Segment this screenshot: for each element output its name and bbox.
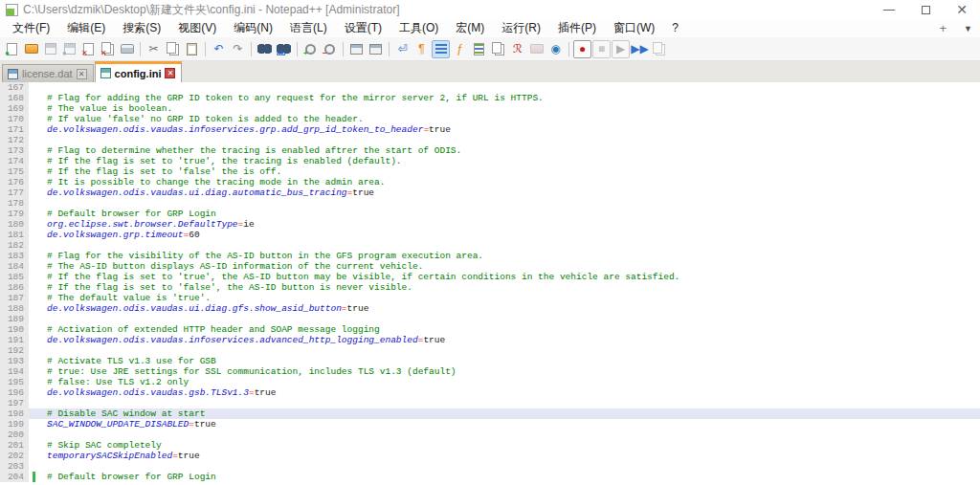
editor-line-199[interactable]: 199SAC_WINDOW_UPDATE_DISABLED=true xyxy=(0,419,980,430)
function-list-icon[interactable]: ƒ xyxy=(451,40,469,58)
editor-line-204[interactable]: 204# Default browser for GRP Login xyxy=(0,472,980,482)
tab-config-ini[interactable]: config.ini✕ xyxy=(95,61,183,82)
editor-line-198[interactable]: 198# Disable SAC window at start xyxy=(0,408,980,419)
line-number: 183 xyxy=(0,251,29,261)
macro-play-glyph: ▶ xyxy=(616,43,625,55)
tab-close-icon[interactable]: ✕ xyxy=(77,69,87,79)
property-value: true xyxy=(423,335,445,345)
editor-line-176[interactable]: 176# It is possible to change the tracin… xyxy=(0,177,980,187)
menu-item-0[interactable]: 文件(F) xyxy=(4,20,58,35)
plus-button[interactable]: + xyxy=(939,21,947,35)
save-icon[interactable] xyxy=(41,40,59,58)
menu-item-10[interactable]: 插件(P) xyxy=(549,20,605,35)
editor-line-173[interactable]: 173# Flag to determine whether the traci… xyxy=(0,145,980,156)
macro-play-icon[interactable]: ▶ xyxy=(612,40,630,58)
editor-line-193[interactable]: 193# Activate TLS v1.3 use for GSB xyxy=(0,356,980,366)
replace-icon[interactable]: ab xyxy=(275,40,293,58)
editor-line-186[interactable]: 186# If the flag is set to 'false', the … xyxy=(0,282,980,293)
editor-line-196[interactable]: 196de.volkswagen.odis.vaudas.gsb.TLSv1.3… xyxy=(0,387,980,398)
menu-item-3[interactable]: 视图(V) xyxy=(169,20,225,35)
undo-icon[interactable]: ↶ xyxy=(210,40,228,58)
editor-line-189[interactable]: 189 xyxy=(0,314,980,324)
macro-stop-icon[interactable]: ■ xyxy=(592,40,611,58)
menu-item-7[interactable]: 工具(O) xyxy=(390,20,447,35)
tab-license-dat[interactable]: license.dat✕ xyxy=(2,64,94,82)
editor-line-200[interactable]: 200 xyxy=(0,430,980,440)
menu-item-4[interactable]: 编码(N) xyxy=(225,20,281,35)
document-map-icon[interactable] xyxy=(470,40,488,58)
maximize-button[interactable] xyxy=(907,0,944,19)
open-file-icon[interactable] xyxy=(22,40,40,58)
editor-line-194[interactable]: 194# true: Use JRE settings for SSL comm… xyxy=(0,366,980,377)
editor-line-184[interactable]: 184# The AS-ID button displays AS-ID inf… xyxy=(0,261,980,272)
print-icon[interactable] xyxy=(118,40,136,58)
menu-item-1[interactable]: 编辑(E) xyxy=(58,20,114,35)
editor-line-179[interactable]: 179# Default browser for GRP Login xyxy=(0,209,980,219)
editor-line-168[interactable]: 168# Flag for adding the GRP ID token to… xyxy=(0,93,980,103)
pulldown-icon[interactable]: ▼ xyxy=(964,24,972,33)
menu-item-8[interactable]: 宏(M) xyxy=(447,20,493,35)
menu-item-6[interactable]: 设置(T) xyxy=(336,20,390,35)
paste-icon[interactable] xyxy=(183,40,201,58)
show-all-characters-icon[interactable]: ¶ xyxy=(412,40,431,58)
menu-item-9[interactable]: 运行(R) xyxy=(493,20,549,35)
editor-line-174[interactable]: 174# If the flag is set to 'true', the t… xyxy=(0,156,980,166)
editor-line-167[interactable]: 167 xyxy=(0,82,980,93)
editor-line-192[interactable]: 192 xyxy=(0,345,980,356)
new-file-icon[interactable]: ● xyxy=(3,40,21,58)
editor-line-202[interactable]: 202temporarySACSkipEnabled=true xyxy=(0,451,980,461)
word-wrap-icon[interactable]: ⏎ xyxy=(393,40,412,58)
redo-icon[interactable]: ↷ xyxy=(229,40,247,58)
editor-line-178[interactable]: 178 xyxy=(0,198,980,209)
menu-item-5[interactable]: 语言(L) xyxy=(281,20,336,35)
menu-item-2[interactable]: 搜索(S) xyxy=(114,20,169,35)
editor-line-177[interactable]: 177de.volkswagen.odis.vaudas.ui.diag.aut… xyxy=(0,187,980,198)
find-icon[interactable] xyxy=(256,40,274,58)
macro-record-icon[interactable]: ● xyxy=(573,40,591,58)
macro-save-icon[interactable] xyxy=(650,40,668,58)
document-monitor-icon[interactable]: ◉ xyxy=(546,40,565,58)
minimize-button[interactable]: — xyxy=(871,0,907,19)
editor-line-180[interactable]: 180org.eclipse.swt.browser.DefaultType=i… xyxy=(0,219,980,230)
save-all-icon[interactable]: ● xyxy=(60,40,78,58)
editor-line-188[interactable]: 188de.volkswagen.odis.vaudas.ui.diag.gfs… xyxy=(0,303,980,314)
editor-line-203[interactable]: 203 xyxy=(0,461,980,472)
editor-line-187[interactable]: 187# The default value is 'true'. xyxy=(0,293,980,303)
close-button[interactable]: ✕ xyxy=(944,0,980,19)
editor-line-185[interactable]: 185# If the flag is set to 'true', the A… xyxy=(0,272,980,282)
editor-line-170[interactable]: 170# If value 'false' no GRP ID token is… xyxy=(0,114,980,124)
menu-item-12[interactable]: ? xyxy=(663,20,687,35)
editor-line-183[interactable]: 183# Flag for the visibility of the AS-I… xyxy=(0,251,980,261)
close-all-icon[interactable]: ✕ xyxy=(99,40,117,58)
editor-line-197[interactable]: 197 xyxy=(0,398,980,408)
zoom-in-icon[interactable]: + xyxy=(301,40,320,58)
menu-item-11[interactable]: 窗口(W) xyxy=(605,20,663,35)
document-list-icon[interactable] xyxy=(489,40,507,58)
change-marker-margin xyxy=(29,240,45,251)
editor-line-190[interactable]: 190# Activation of extended HTTP header … xyxy=(0,324,980,335)
close-icon[interactable]: ✕ xyxy=(79,40,98,58)
saved-floppy-icon xyxy=(100,68,111,78)
editor-line-201[interactable]: 201# Skip SAC completely xyxy=(0,440,980,451)
editor-line-191[interactable]: 191de.volkswagen.odis.vaudas.infoservice… xyxy=(0,335,980,345)
copy-icon[interactable] xyxy=(164,40,182,58)
editor-pane[interactable]: 167168# Flag for adding the GRP ID token… xyxy=(0,82,980,485)
editor-line-182[interactable]: 182 xyxy=(0,240,980,251)
zoom-out-icon[interactable]: − xyxy=(321,40,339,58)
editor-line-169[interactable]: 169# The value is boolean. xyxy=(0,103,980,114)
editor-line-171[interactable]: 171de.volkswagen.odis.vaudas.infoservice… xyxy=(0,124,980,135)
tab-close-icon[interactable]: ✕ xyxy=(165,68,175,78)
sync-horizontal-scroll-icon[interactable] xyxy=(367,40,385,58)
show-indent-guide-icon[interactable] xyxy=(432,40,450,58)
sync-vertical-scroll-icon[interactable] xyxy=(347,40,366,58)
comment-text: # If the flag is set to 'true', the trac… xyxy=(47,156,402,166)
folder-as-workspace-icon[interactable] xyxy=(527,40,546,58)
editor-line-195[interactable]: 195# false: Use TLS v1.2 only xyxy=(0,377,980,387)
macro-save-shape xyxy=(653,42,662,54)
cut-icon[interactable]: ✂ xyxy=(145,40,163,58)
editor-line-181[interactable]: 181de.volkswagen.grp.timeout=60 xyxy=(0,230,980,240)
run-script-icon[interactable]: ℛ xyxy=(508,40,526,58)
editor-line-175[interactable]: 175# If the flag is set to 'false' the i… xyxy=(0,166,980,177)
macro-run-multiple-icon[interactable]: ▶▶ xyxy=(631,40,649,58)
editor-line-172[interactable]: 172 xyxy=(0,135,980,145)
